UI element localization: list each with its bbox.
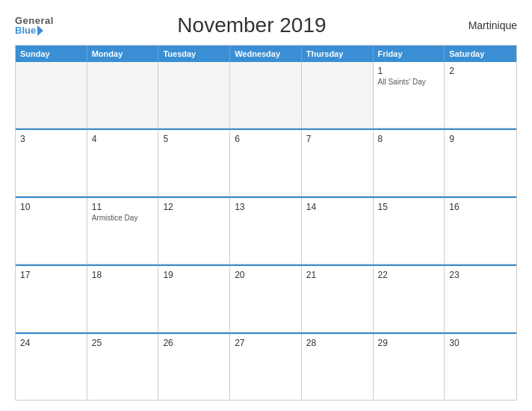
calendar-row-0: 1All Saints' Day2 bbox=[16, 62, 516, 129]
day-number: 13 bbox=[235, 202, 297, 212]
calendar-cell: 10 bbox=[16, 198, 87, 264]
logo-blue-text: Blue bbox=[15, 25, 54, 36]
calendar-cell: 7 bbox=[302, 130, 374, 196]
day-number: 6 bbox=[235, 134, 297, 144]
day-number: 21 bbox=[306, 270, 368, 280]
day-number: 18 bbox=[92, 270, 154, 280]
region-label: Martinique bbox=[450, 19, 517, 31]
day-number: 25 bbox=[92, 338, 154, 348]
calendar-row-1: 3456789 bbox=[16, 129, 516, 197]
day-number: 7 bbox=[306, 134, 368, 144]
calendar-cell: 13 bbox=[230, 198, 302, 264]
calendar-cell bbox=[158, 62, 230, 128]
logo-triangle-icon bbox=[37, 25, 43, 36]
day-number: 9 bbox=[449, 134, 512, 144]
cal-header-saturday: Saturday bbox=[445, 46, 516, 62]
calendar-cell bbox=[87, 62, 159, 128]
cal-header-wednesday: Wednesday bbox=[230, 46, 302, 62]
calendar-cell: 18 bbox=[87, 266, 159, 332]
logo-general-text: General bbox=[15, 16, 54, 25]
day-number: 16 bbox=[449, 202, 512, 212]
calendar-cell: 24 bbox=[16, 334, 87, 400]
cal-header-monday: Monday bbox=[87, 46, 159, 62]
day-number: 12 bbox=[163, 202, 225, 212]
month-title: November 2019 bbox=[54, 13, 450, 37]
logo: General Blue bbox=[15, 16, 54, 36]
calendar-cell: 29 bbox=[374, 334, 445, 400]
calendar-cell: 28 bbox=[302, 334, 374, 400]
day-number: 27 bbox=[235, 338, 297, 348]
calendar-cell: 19 bbox=[158, 266, 230, 332]
day-number: 29 bbox=[378, 338, 440, 348]
calendar-row-2: 1011Armistice Day1213141516 bbox=[16, 197, 516, 265]
day-number: 20 bbox=[235, 270, 297, 280]
calendar-cell: 8 bbox=[374, 130, 445, 196]
calendar-cell: 11Armistice Day bbox=[87, 198, 159, 264]
calendar-cell: 16 bbox=[445, 198, 516, 264]
calendar-cell: 4 bbox=[87, 130, 159, 196]
day-number: 17 bbox=[20, 270, 82, 280]
day-number: 2 bbox=[449, 66, 512, 76]
calendar-cell: 2 bbox=[445, 62, 516, 128]
calendar-cell: 6 bbox=[230, 130, 302, 196]
day-number: 4 bbox=[92, 134, 154, 144]
day-number: 1 bbox=[378, 66, 440, 76]
calendar-cell bbox=[302, 62, 374, 128]
calendar-row-4: 24252627282930 bbox=[16, 333, 516, 400]
calendar-cell: 1All Saints' Day bbox=[374, 62, 445, 128]
day-number: 23 bbox=[449, 270, 512, 280]
calendar-cell: 15 bbox=[374, 198, 445, 264]
day-number: 8 bbox=[378, 134, 440, 144]
calendar-cell: 30 bbox=[445, 334, 516, 400]
calendar-cell: 22 bbox=[374, 266, 445, 332]
calendar-cell: 20 bbox=[230, 266, 302, 332]
calendar-cell: 17 bbox=[16, 266, 87, 332]
calendar-cell: 21 bbox=[302, 266, 374, 332]
calendar-body: 1All Saints' Day234567891011Armistice Da… bbox=[16, 62, 516, 400]
header: General Blue November 2019 Martinique bbox=[15, 13, 517, 37]
calendar-cell: 3 bbox=[16, 130, 87, 196]
calendar-cell: 9 bbox=[445, 130, 516, 196]
calendar-cell: 12 bbox=[158, 198, 230, 264]
page: General Blue November 2019 Martinique Su… bbox=[0, 0, 532, 411]
calendar-cell: 23 bbox=[445, 266, 516, 332]
day-number: 15 bbox=[378, 202, 440, 212]
cal-header-sunday: Sunday bbox=[16, 46, 87, 62]
day-number: 22 bbox=[378, 270, 440, 280]
day-number: 30 bbox=[449, 338, 512, 348]
day-number: 14 bbox=[306, 202, 368, 212]
holiday-name: Armistice Day bbox=[92, 214, 154, 222]
day-number: 3 bbox=[20, 134, 82, 144]
calendar-cell: 25 bbox=[87, 334, 159, 400]
day-number: 10 bbox=[20, 202, 82, 212]
calendar-cell: 5 bbox=[158, 130, 230, 196]
day-number: 5 bbox=[163, 134, 225, 144]
calendar-cell: 27 bbox=[230, 334, 302, 400]
calendar-cell bbox=[16, 62, 87, 128]
cal-header-thursday: Thursday bbox=[302, 46, 374, 62]
calendar-header: SundayMondayTuesdayWednesdayThursdayFrid… bbox=[16, 46, 516, 62]
calendar-cell bbox=[230, 62, 302, 128]
holiday-name: All Saints' Day bbox=[378, 78, 440, 86]
cal-header-friday: Friday bbox=[374, 46, 445, 62]
day-number: 19 bbox=[163, 270, 225, 280]
day-number: 26 bbox=[163, 338, 225, 348]
calendar-cell: 26 bbox=[158, 334, 230, 400]
day-number: 24 bbox=[20, 338, 82, 348]
day-number: 11 bbox=[92, 202, 154, 212]
calendar: SundayMondayTuesdayWednesdayThursdayFrid… bbox=[15, 45, 517, 401]
calendar-row-3: 17181920212223 bbox=[16, 265, 516, 333]
calendar-cell: 14 bbox=[302, 198, 374, 264]
day-number: 28 bbox=[306, 338, 368, 348]
cal-header-tuesday: Tuesday bbox=[158, 46, 230, 62]
